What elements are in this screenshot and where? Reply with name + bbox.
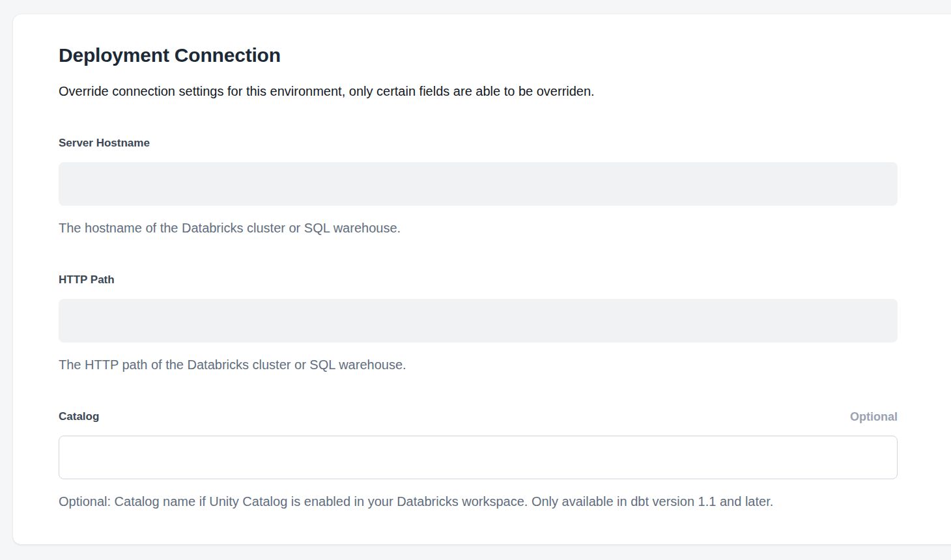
field-http-path: HTTP Path The HTTP path of the Databrick…: [59, 273, 898, 373]
card-content: Deployment Connection Override connectio…: [59, 14, 898, 510]
page-subtitle: Override connection settings for this en…: [59, 83, 898, 100]
server-hostname-label: Server Hostname: [59, 136, 150, 150]
catalog-help: Optional: Catalog name if Unity Catalog …: [59, 493, 898, 510]
page-title: Deployment Connection: [59, 43, 898, 68]
http-path-label: HTTP Path: [59, 273, 115, 287]
catalog-label: Catalog: [59, 410, 99, 424]
server-hostname-input: [59, 162, 898, 206]
server-hostname-label-row: Server Hostname: [59, 136, 898, 150]
catalog-optional-badge: Optional: [850, 410, 898, 424]
http-path-input: [59, 299, 898, 343]
catalog-label-row: Catalog Optional: [59, 410, 898, 424]
field-catalog: Catalog Optional Optional: Catalog name …: [59, 410, 898, 510]
server-hostname-help: The hostname of the Databricks cluster o…: [59, 219, 898, 236]
field-server-hostname: Server Hostname The hostname of the Data…: [59, 136, 898, 236]
catalog-input[interactable]: [59, 436, 898, 479]
http-path-help: The HTTP path of the Databricks cluster …: [59, 356, 898, 373]
http-path-label-row: HTTP Path: [59, 273, 898, 287]
deployment-connection-card: Deployment Connection Override connectio…: [13, 14, 951, 544]
